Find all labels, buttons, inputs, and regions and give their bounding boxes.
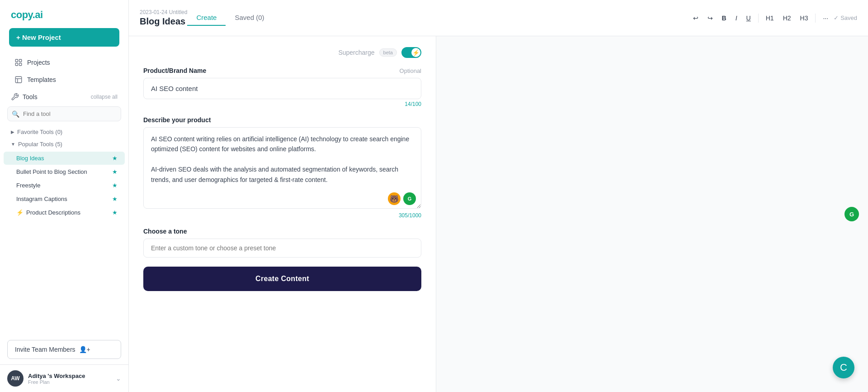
svg-rect-0 (15, 59, 18, 62)
tool-label: Bullet Point to Blog Section (16, 168, 87, 175)
beta-badge: beta (379, 48, 397, 57)
tool-search-box: 🔍 (7, 106, 121, 121)
chevron-down-icon: ▼ (11, 142, 15, 147)
describe-label: Describe your product (143, 116, 421, 124)
lightning-toggle-icon: ⚡ (412, 49, 420, 56)
tool-item-blog-ideas[interactable]: Blog Ideas ★ (4, 152, 125, 165)
workspace-bar[interactable]: AW Aditya 's Workspace Free Plan ⌄ (0, 364, 128, 392)
favorite-tools-group: ▶ Favorite Tools (0) (0, 126, 128, 138)
tone-label: Choose a tone (143, 228, 421, 235)
editor-panel: G (436, 36, 868, 392)
content-area: Supercharge beta ⚡ Product/Brand Name Op… (129, 36, 868, 392)
editor-toolbar: ↩ ↪ B I U H1 H2 H3 ··· ✓ Saved (689, 13, 857, 24)
bold-button[interactable]: B (718, 13, 730, 24)
tool-label: Blog Ideas (16, 155, 44, 162)
svg-rect-1 (19, 59, 22, 62)
tool-label: Product Descriptions (26, 209, 80, 216)
tool-item-freestyle[interactable]: Freestyle ★ (4, 179, 125, 192)
grammarly-orange-icon[interactable]: 🐻 (388, 192, 401, 205)
sidebar-item-templates[interactable]: Templates (4, 71, 125, 88)
describe-char-count: 305/1000 (143, 212, 421, 219)
topbar: 2023-01-24 Untitled Blog Ideas Create Sa… (129, 0, 868, 36)
supercharge-toggle[interactable]: ⚡ (401, 47, 421, 58)
star-icon[interactable]: ★ (112, 155, 118, 162)
doc-title: Blog Ideas (140, 16, 187, 27)
saved-status: ✓ Saved (834, 14, 857, 21)
popular-tools-header[interactable]: ▼ Popular Tools (5) (4, 138, 125, 150)
optional-label: Optional (400, 67, 421, 74)
grid-icon (14, 58, 23, 67)
supercharge-label: Supercharge (338, 49, 374, 56)
favorite-tools-header[interactable]: ▶ Favorite Tools (0) (4, 126, 125, 138)
create-content-button[interactable]: Create Content (143, 267, 421, 291)
avatar: AW (7, 370, 24, 387)
tone-input[interactable] (143, 239, 421, 258)
svg-rect-2 (15, 63, 18, 66)
template-icon (14, 76, 23, 84)
h3-button[interactable]: H3 (797, 13, 812, 24)
tool-label: Instagram Captions (16, 196, 67, 202)
supercharge-bar: Supercharge beta ⚡ (143, 47, 421, 58)
undo-button[interactable]: ↩ (689, 13, 702, 24)
tool-icon (11, 93, 19, 101)
app-logo: copy.ai (0, 0, 128, 28)
tool-label: Freestyle (16, 182, 40, 189)
tool-item-instagram[interactable]: Instagram Captions ★ (4, 192, 125, 206)
sidebar: copy.ai + New Project Projects Templates… (0, 0, 129, 392)
popular-tools-list: Blog Ideas ★ Bullet Point to Blog Sectio… (4, 150, 125, 220)
doc-meta: 2023-01-24 Untitled (140, 9, 187, 15)
describe-wrapper: AI SEO content writing relies on artific… (143, 127, 421, 210)
italic-button[interactable]: I (732, 13, 741, 24)
new-project-button[interactable]: + New Project (9, 28, 119, 47)
product-brand-label: Product/Brand Name Optional (143, 67, 421, 74)
form-panel: Supercharge beta ⚡ Product/Brand Name Op… (129, 36, 436, 392)
star-icon[interactable]: ★ (112, 196, 118, 202)
star-icon[interactable]: ★ (112, 168, 118, 175)
grammarly-editor-icon[interactable]: G (844, 207, 859, 221)
star-icon[interactable]: ★ (112, 209, 118, 216)
invite-team-button[interactable]: Invite Team Members 👤+ (7, 340, 121, 359)
tool-list-scroll: ▶ Favorite Tools (0) ▼ Popular Tools (5)… (0, 126, 128, 335)
svg-rect-3 (19, 63, 22, 66)
h2-button[interactable]: H2 (779, 13, 795, 24)
lightning-icon: ⚡ (16, 209, 24, 216)
sidebar-item-projects[interactable]: Projects (4, 54, 125, 71)
grammarly-green-icon[interactable]: G (403, 192, 416, 205)
tool-item-bullet-point[interactable]: Bullet Point to Blog Section ★ (4, 165, 125, 178)
star-icon[interactable]: ★ (112, 182, 118, 189)
redo-button[interactable]: ↪ (704, 13, 717, 24)
toolbar-divider-2 (815, 14, 816, 23)
chevron-right-icon: ▶ (11, 129, 14, 134)
more-button[interactable]: ··· (819, 13, 832, 24)
workspace-name: Aditya 's Workspace (28, 373, 85, 379)
describe-textarea[interactable]: AI SEO content writing relies on artific… (143, 127, 421, 209)
workspace-plan: Free Plan (28, 379, 85, 385)
product-brand-input[interactable] (143, 78, 421, 99)
tab-saved[interactable]: Saved (0) (226, 10, 273, 26)
tools-header: Tools collapse all (0, 88, 128, 104)
toolbar-divider (758, 14, 759, 23)
invite-icon: 👤+ (79, 346, 90, 353)
topbar-tabs: Create Saved (0) (187, 10, 273, 26)
search-input[interactable] (7, 106, 121, 121)
chat-bubble-button[interactable]: C (833, 357, 854, 378)
h1-button[interactable]: H1 (762, 13, 778, 24)
product-brand-char-count: 14/100 (143, 101, 421, 107)
search-icon: 🔍 (12, 110, 19, 118)
main-content: 2023-01-24 Untitled Blog Ideas Create Sa… (129, 0, 868, 392)
tool-item-product-desc[interactable]: ⚡ Product Descriptions ★ (4, 206, 125, 219)
tab-create[interactable]: Create (187, 10, 226, 26)
collapse-all-link[interactable]: collapse all (91, 94, 118, 100)
underline-button[interactable]: U (743, 13, 755, 24)
popular-tools-group: ▼ Popular Tools (5) Blog Ideas ★ Bullet … (0, 138, 128, 220)
chevron-down-icon: ⌄ (116, 375, 121, 382)
svg-rect-4 (15, 76, 22, 83)
